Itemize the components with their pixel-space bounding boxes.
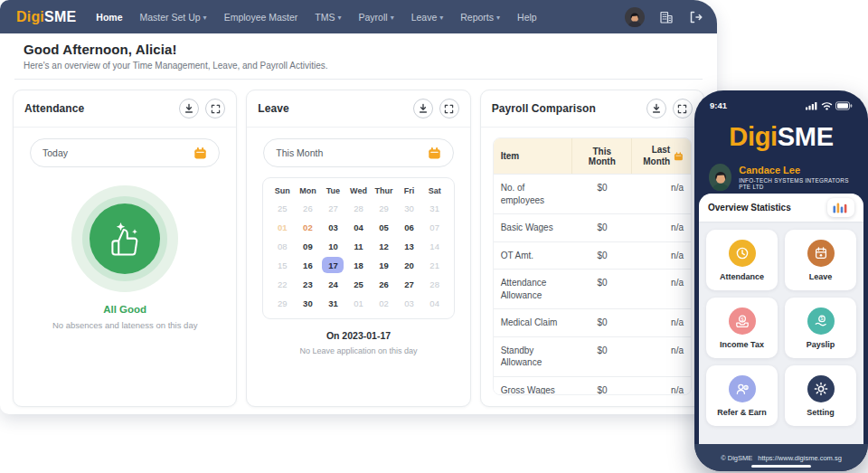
calendar-day[interactable]: 01 [271,219,293,235]
table-row: Standby Allowance $0 n/a [494,336,691,376]
row-item-label: Gross Wages [494,377,573,396]
calendar-icon[interactable] [674,150,684,163]
signal-icon [806,101,818,110]
calendar-day[interactable]: 29 [271,295,293,311]
calendar-day[interactable]: 01 [347,295,369,311]
statistics-chart-button[interactable] [827,198,854,217]
row-item-label: Basic Wages [494,214,573,241]
expand-button[interactable] [439,99,459,118]
home-indicator[interactable] [751,465,811,468]
download-button[interactable] [179,99,199,118]
download-button[interactable] [646,99,666,118]
nav-item-label: TMS [315,12,335,23]
tile-attendance[interactable]: Attendance [706,230,778,290]
calendar-day[interactable]: 13 [399,238,420,254]
calendar-day[interactable]: 27 [399,276,420,292]
selected-date-label: On 2023-01-17 [247,330,469,341]
calendar-day[interactable]: 12 [373,238,395,254]
calendar-icon [428,147,441,160]
calendar-day[interactable]: 28 [424,276,446,292]
calendar-day[interactable]: 09 [297,238,318,254]
calendar-day[interactable]: 25 [271,200,293,216]
payroll-comparison-card: Payroll Comparison Item This Month [480,90,704,407]
calendar-day[interactable]: 03 [322,219,344,235]
table-row: Gross Wages $0 n/a [494,376,691,396]
nav-item[interactable]: Reports▾ [460,12,500,23]
row-item-label: Attendance Allowance [494,270,573,308]
calendar-day[interactable]: 31 [424,200,446,216]
calendar-day[interactable]: 23 [297,276,318,292]
calendar-day[interactable]: 10 [322,238,344,254]
page: DigiSME Home▾ Master Set Up▾ Employee Ma… [0,0,868,473]
payroll-card-header: Payroll Comparison [481,90,703,128]
app-logo[interactable]: DigiSME [16,9,76,25]
tile-setting[interactable]: Setting [785,365,856,426]
calendar-day[interactable]: 30 [399,200,420,216]
calendar-day[interactable]: 24 [322,276,344,292]
nav-item-label: Employee Master [224,12,298,23]
tile-refer-earn[interactable]: $ Refer & Earn [706,365,778,426]
calendar-day[interactable]: 11 [347,238,369,254]
nav-item[interactable]: Master Set Up▾ [140,12,207,23]
phone-content-panel: Overview Statistics Attendance Leave [699,194,863,446]
building-icon[interactable] [658,9,674,24]
calendar-day[interactable]: 02 [373,295,395,311]
calendar-day[interactable]: 19 [373,257,395,273]
row-this-month-value: $0 [572,175,631,213]
calendar-day[interactable]: 07 [424,219,446,235]
tile-leave[interactable]: Leave [785,230,856,290]
chevron-down-icon: ▾ [391,14,394,22]
expand-button[interactable] [205,99,225,118]
calendar-day[interactable]: 31 [322,295,344,311]
nav-item[interactable]: Home▾ [96,12,122,23]
logo-part-sme: SME [44,9,76,24]
calendar-day[interactable]: 25 [347,276,369,292]
attendance-date-filter[interactable]: Today [30,138,220,167]
attendance-status-note: No absences and lateness on this day [52,320,198,330]
calendar-day[interactable]: 20 [399,257,420,273]
calendar-day[interactable]: 21 [424,257,446,273]
nav-item-label: Home [96,12,122,23]
tile-label: Refer & Earn [717,408,767,417]
calendar-day[interactable]: 26 [297,200,318,216]
tile-payslip[interactable]: $ Payslip [785,298,856,358]
calendar-day[interactable]: 15 [271,257,293,273]
calendar-day[interactable]: 03 [399,295,420,311]
attendance-status-area: All Good No absences and lateness on thi… [14,167,236,406]
nav-item[interactable]: Employee Master▾ [224,12,298,23]
row-this-month-value: $0 [572,242,631,270]
leave-date-filter[interactable]: This Month [263,138,453,167]
nav-item[interactable]: Payroll▾ [359,12,394,23]
table-row: No. of employees $0 n/a [494,174,691,213]
calendar-day[interactable]: 16 [297,257,318,273]
expand-button[interactable] [673,99,693,118]
calendar-day[interactable]: 17 [322,257,344,273]
row-this-month-value: $0 [572,377,631,396]
calendar-day[interactable]: 14 [424,238,446,254]
calendar-day[interactable]: 27 [322,200,344,216]
calendar-day[interactable]: 02 [297,219,318,235]
user-avatar[interactable] [625,7,645,27]
calendar-day[interactable]: 29 [373,200,395,216]
user-avatar[interactable] [709,164,731,191]
leave-filter-value: This Month [276,147,323,158]
expand-icon [211,104,221,114]
calendar-day[interactable]: 06 [399,219,420,235]
calendar-day[interactable]: 22 [271,276,293,292]
calendar-day[interactable]: 30 [297,295,318,311]
calendar-day[interactable]: 05 [373,219,395,235]
nav-item[interactable]: Leave▾ [411,12,444,23]
dollar-tray-icon: $ [729,307,756,335]
download-button[interactable] [413,99,433,118]
footer-url[interactable]: https://www.digisme.com.sg [758,454,842,462]
calendar-day[interactable]: 26 [373,276,395,292]
calendar-day[interactable]: 18 [347,257,369,273]
calendar-day[interactable]: 04 [347,219,369,235]
calendar-day[interactable]: 28 [347,200,369,216]
nav-item[interactable]: Help▾ [517,12,537,23]
nav-item[interactable]: TMS▾ [315,12,341,23]
logout-icon[interactable] [687,9,703,24]
calendar-day[interactable]: 08 [271,238,293,254]
calendar-day[interactable]: 04 [424,295,446,311]
tile-income-tax[interactable]: $ Income Tax [706,298,778,358]
